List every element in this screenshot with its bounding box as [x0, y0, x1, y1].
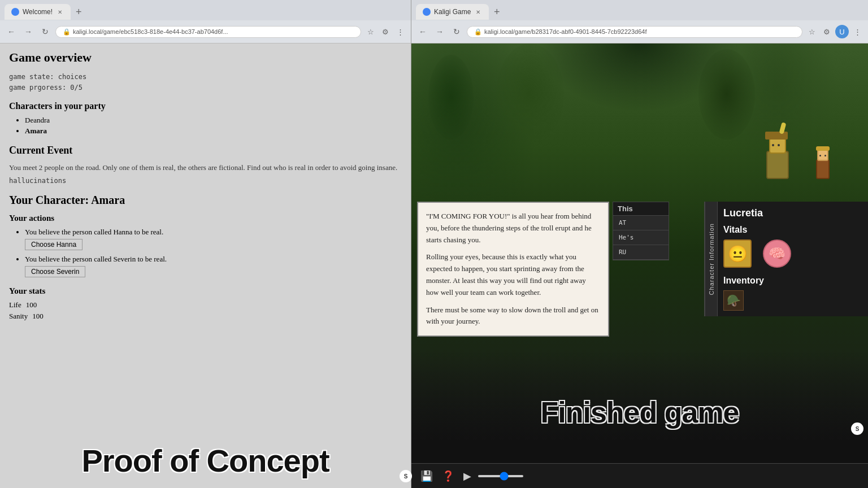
- game-state: game state: choices: [9, 72, 402, 82]
- game-meta: game state: choices game prgoress: 0/5: [9, 72, 402, 93]
- left-active-tab[interactable]: Welcome! ✕: [5, 4, 71, 20]
- right-lock-icon: 🔒: [474, 28, 482, 36]
- inventory-section: Inventory 🪖: [723, 276, 862, 311]
- char-vitals-row: 😐 🧠: [723, 239, 862, 268]
- right-toolbar-icons: ☆ ⚙ U ⋮: [806, 25, 863, 38]
- right-new-tab-button[interactable]: +: [489, 4, 505, 20]
- left-watermark: Proof of Concept: [81, 442, 329, 479]
- character-info-panel: Character Information Lucretia Vitals 😐 …: [704, 202, 868, 316]
- extensions-icon[interactable]: ⚙: [379, 25, 392, 38]
- dialog-box: "I'M COMING FOR YOU!" is all you hear fr…: [417, 202, 609, 337]
- choose-hanna-button[interactable]: Choose Hanna: [25, 239, 83, 250]
- right-url: kaligi.local/game/b28317dc-abf0-4901-844…: [484, 28, 646, 35]
- game-toolbar: 💾 ❓ ▶: [411, 463, 868, 488]
- action-item-2: You believe the person called Severin to…: [25, 255, 402, 277]
- right-reload-button[interactable]: ↻: [450, 25, 463, 38]
- dialog-line-1: "I'M COMING FOR YOU!" is all you hear fr…: [426, 211, 600, 246]
- troll-sprite: [761, 134, 795, 179]
- current-event-title: Current Event: [9, 145, 402, 156]
- left-symfony-icon: S: [400, 470, 412, 482]
- left-tab-bar: Welcome! ✕ +: [0, 0, 411, 20]
- stat-sanity-value: 100: [32, 312, 44, 321]
- right-menu-icon[interactable]: ⋮: [851, 25, 863, 38]
- right-bookmark-icon[interactable]: ☆: [806, 25, 818, 38]
- action-overlay: This AT He's RU: [613, 202, 669, 260]
- right-back-button[interactable]: ←: [416, 25, 429, 38]
- stat-life-label: Life: [9, 300, 21, 310]
- dialog-line-2: Rolling your eyes, because this is exact…: [426, 251, 600, 298]
- char-inventory-title: Inventory: [723, 276, 862, 286]
- right-avatar-icon[interactable]: U: [835, 25, 849, 38]
- left-toolbar-icons: ☆ ⚙ ⋮: [364, 25, 406, 38]
- stat-sanity: Sanity 100: [9, 312, 402, 321]
- char-face-icon: 😐: [723, 239, 752, 268]
- right-tab-close-button[interactable]: ✕: [474, 8, 482, 16]
- left-url: kaligi.local/game/ebc518c3-818e-4e44-bc3…: [73, 28, 228, 35]
- tab-close-button[interactable]: ✕: [56, 8, 64, 16]
- party-member-1: Deandra: [25, 116, 402, 125]
- menu-icon[interactable]: ⋮: [394, 25, 406, 38]
- tree-decoration-2: [496, 43, 564, 145]
- right-forward-button[interactable]: →: [433, 25, 446, 38]
- actions-title: Your actions: [9, 213, 402, 223]
- choose-severin-button[interactable]: Choose Severin: [25, 266, 85, 277]
- bookmark-icon[interactable]: ☆: [364, 25, 377, 38]
- symfony-icon: S: [851, 422, 863, 435]
- new-tab-button[interactable]: +: [71, 4, 86, 20]
- help-button[interactable]: ❓: [440, 469, 457, 483]
- right-browser-chrome: Kaligi Game ✕ + ← → ↻ 🔒 kaligi.local/gam…: [411, 0, 868, 43]
- game-progress: game prgoress: 0/5: [9, 82, 402, 93]
- back-button[interactable]: ←: [5, 25, 18, 38]
- char-name: Lucretia: [723, 207, 862, 219]
- sprite-area: [761, 111, 834, 179]
- right-tab-favicon: [423, 8, 431, 16]
- dialog-line-3: There must be some way to slow down the …: [426, 304, 600, 328]
- action-text-2: You believe the person called Severin to…: [25, 255, 167, 263]
- tree-decoration-1: [428, 55, 474, 140]
- left-page-content: Game overview game state: choices game p…: [0, 43, 411, 488]
- char-vitals-title: Vitals: [723, 225, 862, 235]
- character-title: Your Character: Amara: [9, 194, 402, 207]
- right-address-bar-row: ← → ↻ 🔒 kaligi.local/game/b28317dc-abf0-…: [411, 20, 868, 43]
- event-tag: hallucinations: [9, 177, 402, 185]
- stat-life-value: 100: [26, 300, 37, 310]
- char-info-content: Lucretia Vitals 😐 🧠 Inventory 🪖: [718, 202, 868, 316]
- right-address-field[interactable]: 🔒 kaligi.local/game/b28317dc-abf0-4901-8…: [467, 26, 802, 38]
- tree-decoration-3: [698, 49, 755, 140]
- at-button[interactable]: AT: [613, 216, 669, 230]
- right-extensions-icon[interactable]: ⚙: [821, 25, 833, 38]
- hes-button[interactable]: He's: [613, 230, 669, 245]
- action-item-1: You believe the person called Hanna to b…: [25, 228, 402, 250]
- tab-title: Welcome!: [23, 8, 53, 16]
- party-member-2: Amara: [25, 127, 402, 136]
- right-browser-panel: Kaligi Game ✕ + ← → ↻ 🔒 kaligi.local/gam…: [411, 0, 868, 488]
- left-address-field[interactable]: 🔒 kaligi.local/game/ebc518c3-818e-4e44-b…: [55, 26, 361, 38]
- play-button[interactable]: ▶: [461, 469, 474, 483]
- party-section-title: Characters in your party: [9, 101, 402, 111]
- right-tab-title: Kaligi Game: [434, 8, 471, 16]
- stat-sanity-label: Sanity: [9, 312, 28, 321]
- char-info-tab[interactable]: Character Information: [705, 202, 718, 316]
- ru-button[interactable]: RU: [613, 245, 669, 260]
- event-description: You meet 2 people on the road. Only one …: [9, 162, 402, 173]
- stat-life: Life 100: [9, 300, 402, 310]
- reload-button[interactable]: ↻: [38, 25, 52, 38]
- tab-favicon: [11, 8, 19, 16]
- action-text-1: You believe the person called Hanna to b…: [25, 228, 163, 236]
- game-area: "I'M COMING FOR YOU!" is all you hear fr…: [411, 43, 868, 463]
- lock-icon: 🔒: [63, 28, 71, 36]
- right-active-tab[interactable]: Kaligi Game ✕: [416, 4, 489, 20]
- right-tab-bar: Kaligi Game ✕ +: [411, 0, 868, 20]
- save-button[interactable]: 💾: [418, 469, 435, 483]
- party-list: Deandra Amara: [9, 116, 402, 136]
- page-title: Game overview: [9, 50, 402, 65]
- left-browser-chrome: Welcome! ✕ + ← → ↻ 🔒 kaligi.local/game/e…: [0, 0, 411, 43]
- volume-slider[interactable]: [478, 475, 523, 477]
- left-browser-panel: Welcome! ✕ + ← → ↻ 🔒 kaligi.local/game/e…: [0, 0, 411, 488]
- stats-title: Your stats: [9, 286, 402, 296]
- right-watermark: Finished game: [540, 395, 739, 429]
- human-sprite: [811, 143, 834, 179]
- left-address-bar-row: ← → ↻ 🔒 kaligi.local/game/ebc518c3-818e-…: [0, 20, 411, 43]
- action-list: You believe the person called Hanna to b…: [9, 228, 402, 277]
- forward-button[interactable]: →: [21, 25, 35, 38]
